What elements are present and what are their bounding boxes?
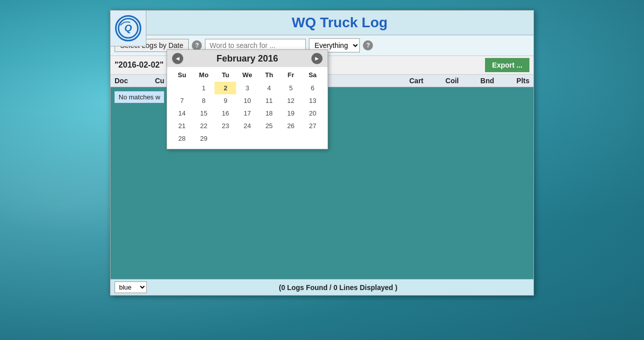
cal-day-14[interactable]: 14 <box>171 107 193 120</box>
cal-day-23[interactable]: 23 <box>214 120 236 132</box>
cal-day-17[interactable]: 17 <box>236 107 258 120</box>
cal-day-25[interactable]: 25 <box>258 120 280 132</box>
day-name-th: Th <box>258 69 280 81</box>
cal-day-empty-1 <box>171 82 193 94</box>
cal-day-24[interactable]: 24 <box>236 120 258 132</box>
cal-day-27[interactable]: 27 <box>302 120 324 132</box>
cal-day-29[interactable]: 29 <box>193 132 214 145</box>
col-coil: Coil <box>423 77 459 85</box>
day-name-sa: Sa <box>302 69 324 81</box>
day-name-we: We <box>236 69 258 81</box>
svg-text:Q: Q <box>125 23 132 33</box>
app-title: WQ Truck Log <box>151 15 528 31</box>
theme-select[interactable]: blue green gray <box>115 281 147 293</box>
calendar-day-names: Su Mo Tu We Th Fr Sa <box>171 69 324 81</box>
cal-day-21[interactable]: 21 <box>171 120 193 132</box>
cal-day-19[interactable]: 19 <box>280 107 302 120</box>
select-logs-help-icon[interactable]: ? <box>192 40 202 50</box>
app-header: WQ Truck Log <box>111 11 533 35</box>
cal-day-1[interactable]: 1 <box>193 82 214 94</box>
cal-day-7[interactable]: 7 <box>171 94 193 107</box>
col-doc: Doc <box>115 77 155 85</box>
col-bnd: Bnd <box>459 77 494 85</box>
calendar-header: ◄ February 2016 ► <box>167 50 328 67</box>
cal-day-16[interactable]: 16 <box>214 107 236 120</box>
calendar-next-button[interactable]: ► <box>311 53 323 64</box>
cal-day-empty-4 <box>258 132 280 145</box>
cal-day-empty-6 <box>302 132 324 145</box>
cal-day-18[interactable]: 18 <box>258 107 280 120</box>
cal-day-empty-5 <box>280 132 302 145</box>
status-text: (0 Logs Found / 0 Lines Displayed ) <box>147 284 529 292</box>
date-filter-text: "2016-02-02" <box>115 61 164 70</box>
logo: Q <box>110 10 146 46</box>
calendar-grid: Su Mo Tu We Th Fr Sa 1 2 3 4 5 6 7 8 9 <box>167 67 328 149</box>
calendar-prev-button[interactable]: ◄ <box>172 53 183 64</box>
cal-day-13[interactable]: 13 <box>302 94 324 107</box>
cal-day-11[interactable]: 11 <box>258 94 280 107</box>
cal-day-28[interactable]: 28 <box>171 132 193 145</box>
col-cart: Cart <box>388 77 423 85</box>
cal-day-12[interactable]: 12 <box>280 94 302 107</box>
day-name-mo: Mo <box>193 69 214 81</box>
cal-day-22[interactable]: 22 <box>193 120 214 132</box>
cal-day-3[interactable]: 3 <box>236 82 258 94</box>
cal-day-10[interactable]: 10 <box>236 94 258 107</box>
cal-day-empty-3 <box>236 132 258 145</box>
export-button[interactable]: Export ... <box>485 58 529 72</box>
cal-day-5[interactable]: 5 <box>280 82 302 94</box>
cal-day-2[interactable]: 2 <box>214 82 236 94</box>
no-matches-text: No matches w <box>115 91 164 103</box>
cal-day-9[interactable]: 9 <box>214 94 236 107</box>
calendar-month-year: February 2016 <box>217 53 278 64</box>
cal-day-20[interactable]: 20 <box>302 107 324 120</box>
search-help-icon[interactable]: ? <box>363 40 373 50</box>
day-name-tu: Tu <box>214 69 236 81</box>
cal-day-26[interactable]: 26 <box>280 120 302 132</box>
logo-circle: Q <box>115 15 141 41</box>
col-plts: Plts <box>494 77 529 85</box>
day-name-fr: Fr <box>280 69 302 81</box>
page-wrapper: Q WQ Truck Log Select Logs by Date ? Eve… <box>0 0 644 340</box>
cal-day-6[interactable]: 6 <box>302 82 324 94</box>
cal-day-8[interactable]: 8 <box>193 94 214 107</box>
calendar-days: 1 2 3 4 5 6 7 8 9 10 11 12 13 14 15 16 1… <box>171 82 324 145</box>
footer: blue green gray (0 Logs Found / 0 Lines … <box>111 279 533 295</box>
calendar-popup: ◄ February 2016 ► Su Mo Tu We Th Fr Sa 1… <box>167 49 328 149</box>
day-name-su: Su <box>171 69 193 81</box>
cal-day-4[interactable]: 4 <box>258 82 280 94</box>
cal-day-15[interactable]: 15 <box>193 107 214 120</box>
cal-day-empty-2 <box>214 132 236 145</box>
